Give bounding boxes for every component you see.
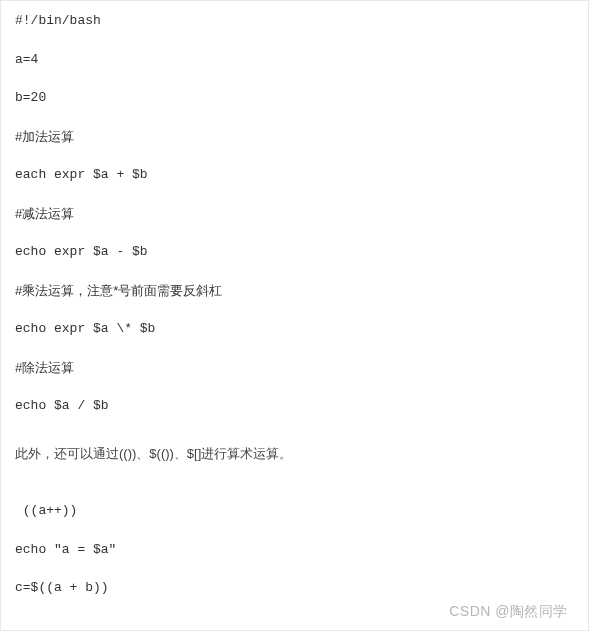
code-line-assign-b: b=20 [15,88,574,108]
code-line-add-expr: each expr $a + $b [15,165,574,185]
code-line-increment: ((a++)) [15,501,574,521]
code-line-comment-add: #加法运算 [15,127,574,147]
prose-note: 此外，还可以通过(())、$(())、$[]进行算术运算。 [15,444,574,464]
code-line-sub-expr: echo expr $a - $b [15,242,574,262]
code-line-assign-a: a=4 [15,50,574,70]
code-line-comment-div: #除法运算 [15,358,574,378]
code-line-shebang: #!/bin/bash [15,11,574,31]
code-line-echo-a: echo "a = $a" [15,540,574,560]
watermark: CSDN @陶然同学 [449,601,568,622]
code-line-div-expr: echo $a / $b [15,396,574,416]
code-line-comment-sub: #减法运算 [15,204,574,224]
code-line-comment-mul: #乘法运算，注意*号前面需要反斜杠 [15,281,574,301]
code-line-mul-expr: echo expr $a \* $b [15,319,574,339]
code-line-assign-c: c=$((a + b)) [15,578,574,598]
